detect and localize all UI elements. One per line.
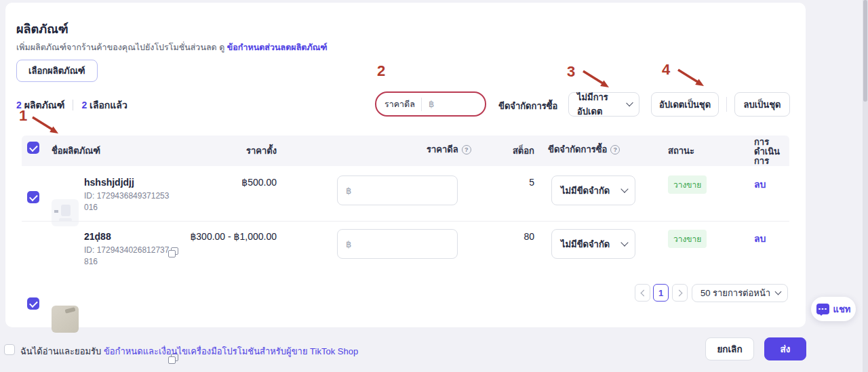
bulk-delete-button[interactable]: ลบเป็นชุด [734,92,790,117]
bulk-deal-price-group: ราคาดีล [375,91,486,117]
promotion-products-page: ผลิตภัณฑ์ เพิ่มผลิตภัณฑ์จากร้านค้าของคุณ… [0,0,868,372]
product-image [52,199,79,226]
list-price: ฿300.00 - ฿1,000.00 [182,231,277,242]
annotation-step-3: 3 [567,63,575,81]
select-all-checkbox[interactable] [27,142,39,154]
annotation-step-2: 2 [377,62,385,80]
delete-row-link[interactable]: ลบ [754,177,766,192]
deal-price-input[interactable] [337,229,458,259]
agreement-text: ฉันได้อ่านและยอมรับ ข้อกำหนดและเงื่อนไขเ… [20,344,358,358]
status-badge: วางขาย [668,230,707,248]
page-subtitle: เพิ่มผลิตภัณฑ์จากร้านค้าของคุณไปยังโปรโม… [16,41,328,54]
col-header-deal-price: ราคาดีล [427,142,471,157]
col-header-purchase-limit: ขีดจำกัดการซื้อ [548,142,620,157]
chevron-down-icon [620,185,628,192]
product-name: 21ḑ88 [84,231,111,242]
scrollbar-thumb[interactable] [863,0,867,102]
page-size-dropdown[interactable]: 50 รายการต่อหน้า [692,284,788,302]
selection-summary: 2 ผลิตภัณฑ์ 2 เลือกแล้ว [16,98,127,112]
chevron-right-icon [675,289,682,296]
purchase-limit-dropdown[interactable]: ไม่มีขีดจำกัด [551,229,635,259]
annotation-arrow-4 [675,66,709,94]
controls-divider [726,97,727,112]
subtitle-text: เพิ่มผลิตภัณฑ์จากร้านค้าของคุณไปยังโปรโม… [16,43,224,52]
selected-count: 2 เลือกแล้ว [81,98,127,112]
stock-value: 5 [494,177,534,188]
cancel-button[interactable]: ยกเลิก [705,337,754,360]
col-header-action: การ ดำเนิน การ [754,138,780,166]
bulk-purchase-limit-dropdown[interactable]: ไม่มีการอัปเดต [568,92,639,117]
row-checkbox[interactable] [27,191,39,203]
help-icon[interactable] [462,145,471,154]
chat-button[interactable]: แชท [811,297,856,321]
bulk-purchase-limit-label: ขีดจำกัดการซื้อ [498,99,557,113]
list-price: ฿500.00 [182,177,277,188]
submit-button[interactable]: ส่ง [764,337,806,360]
row-checkbox[interactable] [27,297,39,310]
chat-icon [816,304,829,314]
chat-label: แชท [833,302,851,316]
help-icon[interactable] [610,145,620,154]
col-header-list-price: ราคาตั้ง [182,144,277,158]
bulk-deal-price-label: ราคาดีล [376,98,421,111]
promotion-terms-link[interactable]: ข้อกำหนดและเงื่อนไขเครื่องมือโปรโมชันสำห… [104,346,358,356]
chevron-down-icon [620,239,628,246]
col-header-stock: สต็อก [494,144,534,158]
row-divider [22,221,789,222]
product-id: ID: 1729434026812737816 [84,245,174,268]
summary-divider [73,100,73,110]
agree-terms-checkbox[interactable] [4,344,15,355]
prev-page-button[interactable] [635,284,650,302]
delete-row-link[interactable]: ลบ [754,231,766,246]
bulk-deal-price-input[interactable] [422,99,484,109]
select-products-button[interactable]: เลือกผลิตภัณฑ์ [16,60,98,82]
status-badge: วางขาย [668,175,707,194]
col-header-status: สถานะ [668,144,694,158]
next-page-button[interactable] [672,284,688,302]
purchase-limit-dropdown[interactable]: ไม่มีขีดจำกัด [551,175,635,205]
bulk-update-button[interactable]: อัปเดตเป็นชุด [651,92,719,117]
product-id: ID: 1729436849371253016 [84,190,174,213]
stock-value: 80 [494,231,534,242]
deal-price-input[interactable] [337,175,458,205]
annotation-arrow-3 [580,68,614,95]
product-discount-rules-link[interactable]: ข้อกำหนดส่วนลดผลิตภัณฑ์ [227,43,328,52]
product-name: hshshjdjdjj [84,177,134,188]
page-title: ผลิตภัณฑ์ [16,19,68,39]
col-header-name: ชื่อผลิตภัณฑ์ [52,144,100,158]
chevron-down-icon [775,289,782,295]
annotation-step-1: 1 [19,107,27,125]
page-number-button[interactable]: 1 [653,284,669,302]
product-image [52,306,79,333]
chevron-left-icon [640,289,647,296]
annotation-step-4: 4 [662,61,670,79]
